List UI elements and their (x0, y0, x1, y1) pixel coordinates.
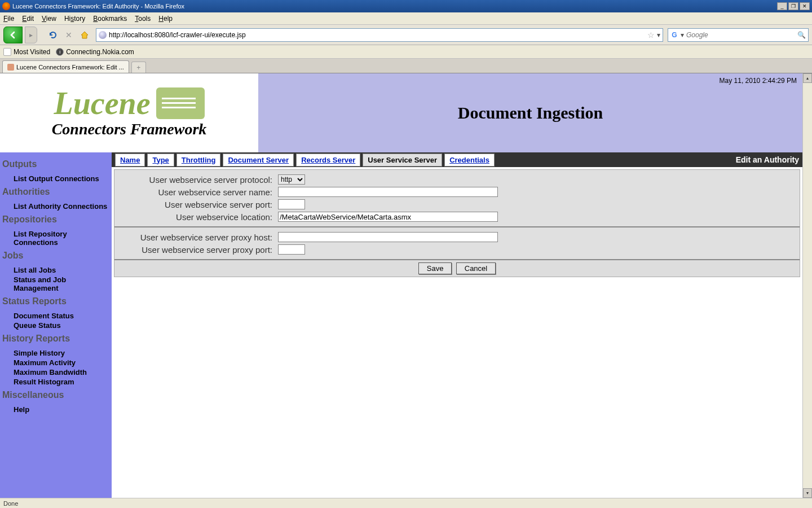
nav-toolbar: ▸ ✕ ☆ ▾ G ▾ 🔍 (0, 25, 812, 45)
forward-button[interactable]: ▸ (25, 27, 37, 43)
home-button[interactable] (78, 28, 91, 42)
bookmark-most-visited[interactable]: Most Visited (3, 48, 50, 56)
tab-favicon-icon (7, 64, 14, 71)
menu-history[interactable]: History (64, 15, 85, 23)
back-button[interactable] (3, 27, 23, 43)
maximize-button[interactable]: ❐ (788, 2, 798, 10)
menu-file[interactable]: File (3, 15, 14, 23)
browser-tabstrip: Lucene Connectors Framework: Edit ... + (0, 59, 812, 73)
new-tab-button[interactable]: + (131, 62, 146, 73)
search-input[interactable] (686, 31, 795, 39)
stop-button[interactable]: ✕ (62, 28, 76, 42)
menu-help[interactable]: Help (158, 15, 173, 23)
search-icon[interactable]: 🔍 (797, 31, 806, 39)
url-box[interactable]: ☆ ▾ (96, 28, 663, 42)
url-input[interactable] (109, 31, 645, 39)
search-box[interactable]: G ▾ 🔍 (668, 28, 809, 42)
bookmark-icon (3, 48, 11, 56)
menubar: File Edit View History Bookmarks Tools H… (0, 12, 812, 25)
close-button[interactable]: ✕ (800, 2, 810, 10)
tab-label: Lucene Connectors Framework: Edit ... (16, 64, 124, 71)
minimize-button[interactable]: _ (777, 2, 787, 10)
menu-view[interactable]: View (42, 15, 56, 23)
globe-icon (99, 31, 107, 39)
reload-button[interactable] (46, 28, 60, 42)
window-titlebar: Lucene Connectors Framework: Edit Author… (0, 0, 812, 12)
firefox-icon (2, 2, 10, 10)
search-engine-dropdown-icon[interactable]: ▾ (681, 31, 684, 39)
window-title: Lucene Connectors Framework: Edit Author… (12, 3, 777, 10)
info-icon: i (56, 48, 64, 56)
bookmark-nokia[interactable]: i Connecting.Nokia.com (56, 48, 134, 56)
window-buttons: _ ❐ ✕ (777, 2, 810, 10)
browser-tab[interactable]: Lucene Connectors Framework: Edit ... (2, 60, 129, 73)
back-arrow-icon (8, 30, 17, 40)
home-icon (80, 30, 90, 40)
google-icon: G (670, 31, 678, 39)
reload-icon (48, 30, 58, 40)
bookmarks-bar: Most Visited i Connecting.Nokia.com (0, 45, 812, 59)
menu-tools[interactable]: Tools (135, 15, 151, 23)
menu-edit[interactable]: Edit (22, 15, 34, 23)
menu-bookmarks[interactable]: Bookmarks (93, 15, 127, 23)
bookmark-star-icon[interactable]: ☆ (647, 30, 655, 40)
url-dropdown-icon[interactable]: ▾ (657, 31, 660, 39)
